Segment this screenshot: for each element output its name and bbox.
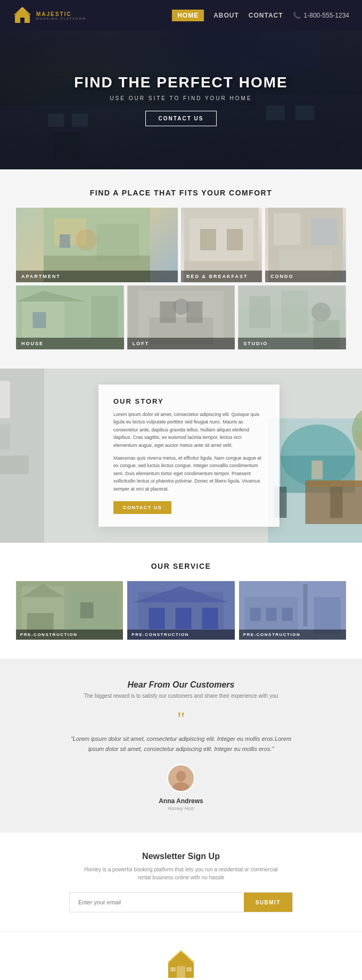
property-card-loft[interactable]: LOFT xyxy=(127,285,235,349)
svg-rect-34 xyxy=(32,312,46,328)
service-card-3[interactable]: PRE-CONSTRUCTION xyxy=(239,581,346,640)
svg-rect-19 xyxy=(60,234,70,248)
phone-icon: 📞 xyxy=(293,12,301,19)
newsletter-title: Newsletter Sign Up xyxy=(16,852,346,861)
service-label-1: PRE-CONSTRUCTION xyxy=(16,630,123,640)
svg-rect-88 xyxy=(177,966,185,978)
svg-rect-9 xyxy=(53,132,80,159)
story-para1: Lorem ipsum dolor sit amet, consectetur … xyxy=(113,411,265,449)
property-grid-bottom: HOUSE LOFT xyxy=(16,285,346,349)
svg-rect-2 xyxy=(20,18,24,23)
newsletter-subtitle: Homey is a powerful booking platform tha… xyxy=(80,865,282,881)
nav-links: HOME ABOUT CONTACT 📞 1-800-555-1234 xyxy=(172,10,349,21)
story-cta-button[interactable]: CONTACT US xyxy=(113,501,171,514)
testimonial-title: Hear From Our Customers xyxy=(16,680,346,690)
svg-rect-89 xyxy=(170,967,176,971)
svg-point-84 xyxy=(176,771,186,781)
svg-rect-68 xyxy=(80,602,94,618)
newsletter-form: SUBMIT xyxy=(69,892,293,912)
story-content-wrapper: OUR STORY Lorem ipsum dolor sit amet, co… xyxy=(16,385,346,527)
property-card-studio[interactable]: STUDIO xyxy=(238,285,346,349)
service-card-2[interactable]: PRE-CONSTRUCTION xyxy=(127,581,234,640)
testimonial-section: Hear From Our Customers The biggest rewa… xyxy=(0,659,362,832)
nav-home[interactable]: HOME xyxy=(172,10,204,21)
testimonial-quote: "Lorem ipsum dolor sit amet, consectetur… xyxy=(64,734,298,754)
svg-point-46 xyxy=(312,303,331,322)
bb-label: BED & BREAKFAST xyxy=(181,271,262,282)
property-card-condo[interactable]: CONDO xyxy=(265,208,346,282)
service-section: OUR SERVICE PRE-CONSTRUCTION xyxy=(0,543,362,659)
svg-rect-18 xyxy=(97,224,139,261)
svg-rect-51 xyxy=(0,424,10,450)
property-types-section: FIND A PLACE THAT FITS YOUR COMFORT APAR… xyxy=(0,169,362,369)
loft-label: LOFT xyxy=(127,338,235,349)
email-input[interactable] xyxy=(70,893,244,912)
hero-subheading: USE OUR SITE TO FIND YOUR HOME xyxy=(74,95,287,101)
svg-rect-44 xyxy=(250,296,271,328)
hero-heading: FIND THE PERFECT HOME xyxy=(74,74,287,91)
svg-rect-80 xyxy=(250,608,260,621)
condo-label: CONDO xyxy=(265,271,346,282)
comfort-section-title: FIND A PLACE THAT FITS YOUR COMFORT xyxy=(16,189,346,197)
testimonial-avatar xyxy=(167,764,195,792)
property-grid-top: APARTMENT BED & BREAKFAST xyxy=(16,208,346,282)
studio-label: STUDIO xyxy=(238,338,346,349)
house-label: HOUSE xyxy=(16,338,124,349)
footer-logo xyxy=(16,948,346,980)
quote-mark: " xyxy=(16,709,346,729)
nav-phone: 📞 1-800-555-1234 xyxy=(293,12,349,19)
brand-sub: BOOKING PLATFORM xyxy=(36,17,86,20)
svg-rect-90 xyxy=(186,967,192,971)
svg-rect-79 xyxy=(314,597,340,634)
hero-section: FIND THE PERFECT HOME USE OUR SITE TO FI… xyxy=(0,31,362,169)
brand-name: MAJESTIC xyxy=(36,11,86,17)
service-label-2: PRE-CONSTRUCTION xyxy=(127,630,234,640)
svg-rect-72 xyxy=(149,608,165,629)
hero-content: FIND THE PERFECT HOME USE OUR SITE TO FI… xyxy=(74,74,287,126)
newsletter-section: Newsletter Sign Up Homey is a powerful b… xyxy=(0,832,362,932)
svg-rect-29 xyxy=(311,218,338,245)
svg-rect-23 xyxy=(190,218,253,261)
testimonial-name: Anna Andrews xyxy=(16,797,346,805)
svg-rect-7 xyxy=(48,113,64,127)
svg-marker-1 xyxy=(15,8,30,15)
service-label-3: PRE-CONSTRUCTION xyxy=(239,630,346,640)
nav-contact[interactable]: CONTACT xyxy=(249,12,283,19)
svg-rect-74 xyxy=(202,608,218,629)
footer-logo-icon xyxy=(165,948,197,980)
svg-rect-28 xyxy=(274,213,300,245)
property-card-house[interactable]: HOUSE xyxy=(16,285,124,349)
avatar-svg xyxy=(168,764,194,792)
story-card: OUR STORY Lorem ipsum dolor sit amet, co… xyxy=(98,385,279,527)
svg-rect-45 xyxy=(282,291,308,333)
property-card-bb[interactable]: BED & BREAKFAST xyxy=(181,208,262,282)
svg-rect-25 xyxy=(227,229,243,250)
svg-rect-73 xyxy=(176,608,192,629)
footer-logo-section: MAJESTIC BOOKING PLATFORM Homey is a pow… xyxy=(0,932,362,980)
svg-rect-24 xyxy=(200,229,216,250)
property-card-apartment[interactable]: APARTMENT xyxy=(16,208,178,282)
navbar: MAJESTIC BOOKING PLATFORM HOME ABOUT CON… xyxy=(0,0,362,31)
service-section-title: OUR SERVICE xyxy=(16,562,346,570)
svg-rect-81 xyxy=(266,608,276,621)
svg-point-20 xyxy=(76,229,97,250)
story-section: OUR STORY Lorem ipsum dolor sit amet, co… xyxy=(0,369,362,543)
svg-rect-35 xyxy=(91,296,118,339)
testimonial-subtitle: The biggest reward is to satisfy our cus… xyxy=(16,693,346,699)
svg-rect-50 xyxy=(0,381,10,418)
service-card-1[interactable]: PRE-CONSTRUCTION xyxy=(16,581,123,640)
svg-rect-41 xyxy=(186,301,202,323)
nav-about[interactable]: ABOUT xyxy=(213,12,239,19)
hero-cta-button[interactable]: CONTACT US xyxy=(145,111,217,126)
story-para2: Maecenas quis viverra metus, et efficitu… xyxy=(113,454,265,493)
svg-rect-40 xyxy=(160,301,176,323)
svg-marker-87 xyxy=(168,951,194,963)
logo-icon xyxy=(13,6,32,25)
logo[interactable]: MAJESTIC BOOKING PLATFORM xyxy=(13,6,86,25)
story-title: OUR STORY xyxy=(113,397,265,405)
svg-rect-76 xyxy=(303,584,307,626)
svg-rect-82 xyxy=(282,608,292,621)
submit-button[interactable]: SUBMIT xyxy=(244,893,292,912)
service-grid: PRE-CONSTRUCTION PRE-CONSTRUCTION xyxy=(16,581,346,640)
testimonial-role: Homey Host xyxy=(16,806,346,811)
